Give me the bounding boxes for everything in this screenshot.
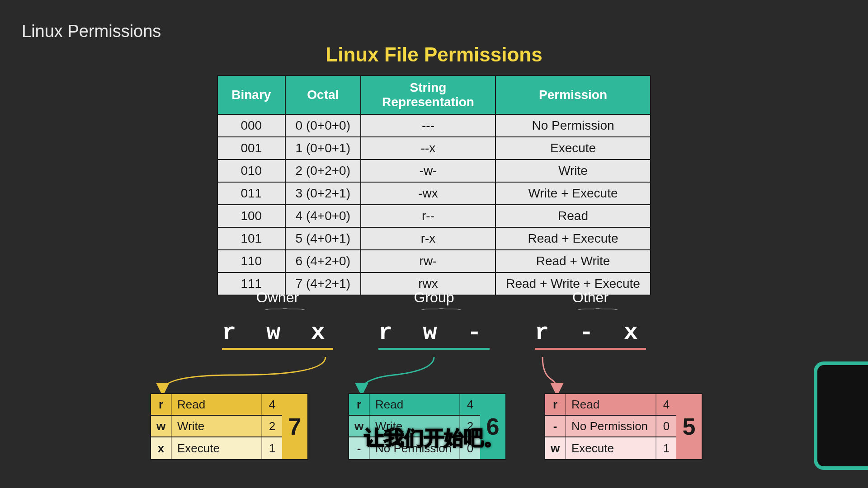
table-row: 0011 (0+0+1)--xExecute (217, 137, 651, 160)
table-cell: Read + Execute (495, 227, 651, 250)
table-cell: 6 (4+2+0) (285, 250, 361, 272)
brace-icon: ⏞ (265, 310, 290, 315)
mini-total-owner: 7 (282, 394, 307, 459)
table-cell: 010 (217, 160, 285, 182)
table-row: 0102 (0+2+0)-w-Write (217, 160, 651, 182)
table-cell: r-- (361, 205, 495, 227)
value-other: r - x (535, 319, 646, 350)
mini-cell: - (545, 416, 566, 436)
mini-cell: Execute (172, 437, 262, 459)
video-subtitle: 让我们开始吧。 (364, 425, 504, 451)
table-cell: r-x (361, 227, 495, 250)
mini-total-other: 5 (676, 394, 702, 459)
table-row: 1004 (4+0+0)r--Read (217, 205, 651, 227)
page-title: Linux Permissions (22, 22, 161, 41)
th-permission: Permission (495, 75, 651, 114)
th-string: String Representation (361, 75, 495, 114)
th-binary: Binary (217, 75, 285, 114)
mini-cell: Write (172, 416, 262, 436)
main-title: Linux File Permissions (326, 43, 542, 66)
mini-cell: r (349, 394, 370, 415)
table-cell: Write + Execute (495, 182, 651, 205)
table-cell: -w- (361, 160, 495, 182)
mini-cell: Execute (566, 437, 656, 459)
mini-cell: 4 (262, 394, 282, 415)
table-cell: 4 (4+0+0) (285, 205, 361, 227)
mini-cell: w (151, 416, 172, 436)
mini-cell: Read (172, 394, 262, 415)
triplet-row: Owner ⏞ r w x Group ⏞ r w - Other ⏞ r - … (222, 289, 646, 350)
label-group: Group (414, 289, 454, 306)
table-cell: 5 (4+0+1) (285, 227, 361, 250)
table-row: 0113 (0+2+1)-wxWrite + Execute (217, 182, 651, 205)
table-cell: rw- (361, 250, 495, 272)
mini-cell: 2 (262, 416, 282, 436)
mini-cell: 1 (262, 437, 282, 459)
brace-icon: ⏞ (421, 310, 447, 315)
mini-cell: No Permission (566, 416, 656, 436)
table-cell: Read (495, 205, 651, 227)
speaker-webcam (814, 361, 868, 470)
mini-row: rRead4 (349, 394, 480, 416)
mini-row: xExecute1 (151, 437, 282, 459)
mini-table-owner: rRead4wWrite2xExecute1 7 (150, 393, 308, 460)
table-cell: 0 (0+0+0) (285, 114, 361, 137)
table-cell: --- (361, 114, 495, 137)
table-cell: 000 (217, 114, 285, 137)
table-cell: 101 (217, 227, 285, 250)
mini-cell: Read (370, 394, 460, 415)
triplet-group: Group ⏞ r w - (378, 289, 490, 350)
table-cell: 001 (217, 137, 285, 160)
table-cell: 3 (0+2+1) (285, 182, 361, 205)
label-owner: Owner (256, 289, 299, 306)
table-row: 1015 (4+0+1)r-xRead + Execute (217, 227, 651, 250)
table-cell: 110 (217, 250, 285, 272)
permissions-table: Binary Octal String Representation Permi… (217, 75, 651, 296)
table-cell: Write (495, 160, 651, 182)
table-cell: Execute (495, 137, 651, 160)
brace-icon: ⏞ (578, 310, 603, 315)
value-group: r w - (378, 319, 490, 350)
mini-cell: 1 (656, 437, 676, 459)
triplet-other: Other ⏞ r - x (535, 289, 646, 350)
mini-cell: 4 (460, 394, 480, 415)
mini-row: -No Permission0 (545, 416, 676, 437)
table-row: 1106 (4+2+0)rw-Read + Write (217, 250, 651, 272)
mini-row: rRead4 (545, 394, 676, 416)
mini-cell: r (151, 394, 172, 415)
triplet-owner: Owner ⏞ r w x (222, 289, 333, 350)
mini-cell: 0 (656, 416, 676, 436)
table-cell: 1 (0+0+1) (285, 137, 361, 160)
table-cell: No Permission (495, 114, 651, 137)
table-cell: 011 (217, 182, 285, 205)
mini-cell: Read (566, 394, 656, 415)
mini-cell: w (545, 437, 566, 459)
table-cell: --x (361, 137, 495, 160)
mini-row: wExecute1 (545, 437, 676, 459)
label-other: Other (572, 289, 609, 306)
mini-cell: x (151, 437, 172, 459)
value-owner: r w x (222, 319, 333, 350)
table-cell: 2 (0+2+0) (285, 160, 361, 182)
table-cell: 100 (217, 205, 285, 227)
table-cell: Read + Write (495, 250, 651, 272)
mini-cell: r (545, 394, 566, 415)
mini-cell: 4 (656, 394, 676, 415)
th-octal: Octal (285, 75, 361, 114)
mini-row: wWrite2 (151, 416, 282, 437)
table-row: 0000 (0+0+0)---No Permission (217, 114, 651, 137)
table-cell: -wx (361, 182, 495, 205)
mini-row: rRead4 (151, 394, 282, 416)
mini-table-other: rRead4-No Permission0wExecute1 5 (544, 393, 703, 460)
